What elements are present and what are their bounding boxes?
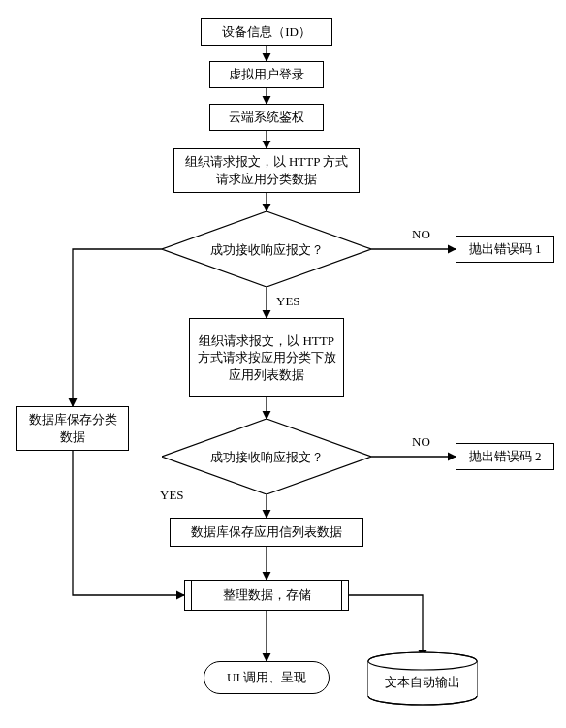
node-label: 整理数据，存储	[223, 586, 311, 604]
node-save-categories: 数据库保存分类数据	[16, 406, 129, 451]
node-request-app-list: 组织请求报文，以 HTTP 方式请求按应用分类下放应用列表数据	[189, 318, 344, 397]
decision-received-2: 成功接收响应报文？	[162, 419, 371, 494]
node-label: 抛出错误码 1	[469, 240, 542, 258]
node-label: UI 调用、呈现	[227, 669, 306, 686]
node-label: 组织请求报文，以 HTTP 方式请求应用分类数据	[180, 153, 353, 187]
branch-label-yes: YES	[276, 294, 300, 309]
node-ui-present: UI 调用、呈现	[204, 661, 330, 694]
node-label: 文本自动输出	[385, 675, 460, 689]
node-label: 抛出错误码 2	[469, 448, 542, 465]
node-label: 成功接收响应报文？	[210, 450, 324, 464]
node-label: 数据库保存分类数据	[23, 411, 122, 445]
branch-label-yes: YES	[160, 488, 184, 503]
node-virtual-login: 虚拟用户登录	[209, 61, 324, 88]
node-text-output: 文本自动输出	[366, 651, 479, 706]
decision-received-1: 成功接收响应报文？	[162, 211, 371, 287]
node-save-app-list: 数据库保存应用信列表数据	[170, 518, 363, 547]
node-label: 虚拟用户登录	[229, 66, 304, 83]
node-label: 数据库保存应用信列表数据	[191, 523, 342, 541]
branch-label-no: NO	[412, 227, 430, 242]
node-device-info: 设备信息（ID）	[201, 18, 332, 46]
node-label: 设备信息（ID）	[222, 23, 311, 41]
node-label: 组织请求报文，以 HTTP 方式请求按应用分类下放应用列表数据	[196, 332, 337, 384]
node-label: 成功接收响应报文？	[210, 242, 324, 257]
flowchart-canvas: 设备信息（ID） 虚拟用户登录 云端系统鉴权 组织请求报文，以 HTTP 方式请…	[0, 0, 566, 728]
node-label: 云端系统鉴权	[229, 109, 304, 126]
node-cloud-auth: 云端系统鉴权	[209, 104, 324, 131]
node-error-2: 抛出错误码 2	[456, 443, 554, 470]
node-error-1: 抛出错误码 1	[456, 236, 554, 263]
branch-label-no: NO	[412, 434, 430, 450]
node-organize-store: 整理数据，存储	[184, 580, 349, 611]
node-request-categories: 组织请求报文，以 HTTP 方式请求应用分类数据	[173, 148, 360, 193]
